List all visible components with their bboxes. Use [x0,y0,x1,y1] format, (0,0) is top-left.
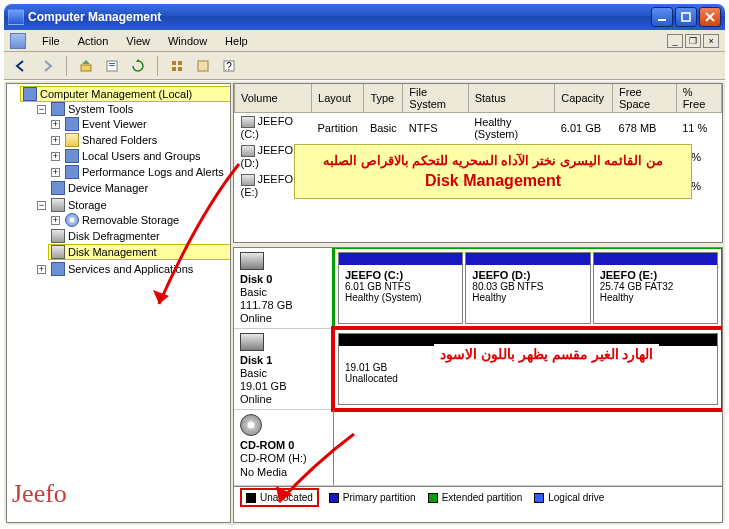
volume-icon [241,116,255,128]
disk-header: Disk 0Basic111.78 GBOnline [234,248,334,328]
tree-perf-logs[interactable]: +Performance Logs and Alerts [49,165,230,179]
col-volume[interactable]: Volume [235,84,312,113]
tree-pane[interactable]: Computer Management (Local) − System Too… [6,83,231,523]
col-fs[interactable]: File System [403,84,468,113]
tree-device-manager[interactable]: Device Manager [49,181,230,195]
tree-event-viewer[interactable]: +Event Viewer [49,117,230,131]
settings-button[interactable] [192,55,214,77]
annot1-arabic: من القائمه اليسرى نختر الآداه السحريه لل… [307,153,679,168]
mdi-minimize-button[interactable]: _ [667,34,683,48]
svg-rect-1 [682,13,690,21]
event-icon [65,117,79,131]
svg-rect-5 [109,65,115,66]
svg-rect-2 [81,65,91,71]
col-pfree[interactable]: % Free [676,84,721,113]
tree-shared-folders[interactable]: +Shared Folders [49,133,230,147]
svg-rect-0 [658,19,666,21]
mdi-restore-button[interactable]: ❐ [685,34,701,48]
volume-list[interactable]: Volume Layout Type File System Status Ca… [233,83,723,243]
tool-view-button[interactable] [166,55,188,77]
help-button[interactable]: ? [218,55,240,77]
app-icon [8,9,24,25]
svg-rect-7 [178,61,182,65]
expand-icon[interactable]: + [51,152,60,161]
volume-icon [241,174,255,186]
expand-icon[interactable]: + [51,168,60,177]
disk-row[interactable]: CD-ROM 0CD-ROM (H:)No Media [234,410,722,486]
collapse-icon[interactable]: − [37,105,46,114]
partition[interactable]: JEEFO (E:)25.74 GB FAT32Healthy [593,252,718,324]
window-title: Computer Management [28,10,161,24]
collapse-icon[interactable]: − [37,201,46,210]
tree-services-apps[interactable]: +Services and Applications [35,262,230,276]
svg-rect-9 [178,67,182,71]
device-icon [51,181,65,195]
legend-primary: Primary partition [329,492,416,503]
mdi-close-button[interactable]: × [703,34,719,48]
menu-help[interactable]: Help [219,33,254,49]
legend: Unallocated Primary partition Extended p… [234,486,722,508]
removable-icon [65,213,79,227]
expand-icon[interactable]: + [51,120,60,129]
properties-button[interactable] [101,55,123,77]
folder-icon [65,133,79,147]
back-button[interactable] [10,55,32,77]
signature: Jeefo [12,479,67,509]
col-capacity[interactable]: Capacity [555,84,613,113]
svg-rect-4 [109,63,115,64]
expand-icon[interactable]: + [51,136,60,145]
svg-rect-8 [172,67,176,71]
disk-header: CD-ROM 0CD-ROM (H:)No Media [234,410,334,485]
col-layout[interactable]: Layout [312,84,364,113]
annot1-english: Disk Management [307,172,679,190]
toolbar: ? [4,52,725,80]
disk-icon [240,333,264,351]
maximize-button[interactable] [675,7,697,27]
disk-row[interactable]: Disk 0Basic111.78 GBOnlineJEEFO (C:)6.01… [234,248,722,329]
partition[interactable]: JEEFO (D:)80.03 GB NTFSHealthy [465,252,590,324]
svg-rect-10 [198,61,208,71]
expand-icon[interactable]: + [51,216,60,225]
svg-rect-6 [172,61,176,65]
menu-window[interactable]: Window [162,33,213,49]
tree-disk-management[interactable]: Disk Management [49,245,230,259]
legend-extended: Extended partition [428,492,523,503]
menu-file[interactable]: File [36,33,66,49]
defrag-icon [51,229,65,243]
tree-disk-defrag[interactable]: Disk Defragmenter [49,229,230,243]
close-button[interactable] [699,7,721,27]
tree-local-users[interactable]: +Local Users and Groups [49,149,230,163]
minimize-button[interactable] [651,7,673,27]
computer-icon [23,87,37,101]
disk-row[interactable]: Disk 1Basic19.01 GBOnline19.01 GBUnalloc… [234,329,722,410]
services-icon [51,262,65,276]
col-type[interactable]: Type [364,84,403,113]
menu-action[interactable]: Action [72,33,115,49]
titlebar[interactable]: Computer Management [4,4,725,30]
tree-root[interactable]: Computer Management (Local) [21,87,230,101]
mmc-icon [10,33,26,49]
menu-view[interactable]: View [120,33,156,49]
expand-icon[interactable]: + [37,265,46,274]
diskmgmt-icon [51,245,65,259]
col-status[interactable]: Status [468,84,555,113]
table-row[interactable]: JEEFO (C:)PartitionBasicNTFSHealthy (Sys… [235,113,722,143]
forward-button [36,55,58,77]
tree-removable-storage[interactable]: +Removable Storage [49,213,230,227]
tree-storage[interactable]: − Storage [35,198,230,212]
partition[interactable]: JEEFO (C:)6.01 GB NTFSHealthy (System) [338,252,463,324]
storage-icon [51,198,65,212]
volume-icon [241,145,255,157]
disk-icon [240,252,264,270]
refresh-button[interactable] [127,55,149,77]
col-free[interactable]: Free Space [613,84,677,113]
tree-system-tools[interactable]: − System Tools [35,102,230,116]
legend-unallocated: Unallocated [242,490,317,505]
annotation-unallocated: الهارد الغير مقسم يظهر باللون الاسود [434,344,659,364]
svg-text:?: ? [226,61,232,72]
tree-root-label: Computer Management (Local) [40,88,192,100]
up-button[interactable] [75,55,97,77]
disk-graphic-pane[interactable]: Disk 0Basic111.78 GBOnlineJEEFO (C:)6.01… [233,247,723,523]
tools-icon [51,102,65,116]
disk-icon [240,414,262,436]
